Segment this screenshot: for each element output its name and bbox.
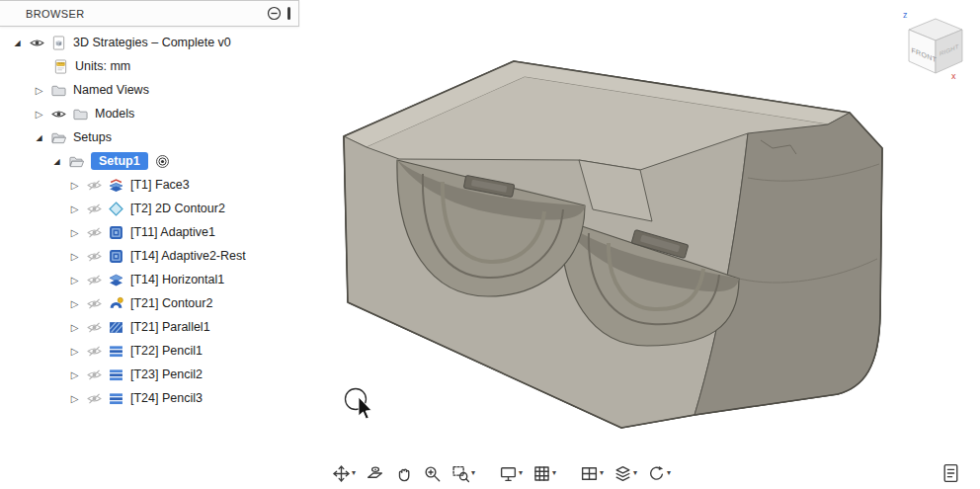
disclosure-collapsed-icon[interactable]: ▷ [69, 275, 80, 285]
disclosure-collapsed-icon[interactable]: ▷ [69, 204, 80, 214]
look-at-icon [366, 464, 384, 483]
viewports-dropdown-caret[interactable]: ▾ [600, 469, 604, 477]
visibility-off-icon[interactable] [87, 369, 102, 380]
look-at-button[interactable] [364, 463, 386, 484]
tree-row-toolpath[interactable]: ▷ [T14] Adaptive2-Rest [0, 244, 299, 268]
toolpath-label[interactable]: [T1] Face3 [130, 178, 190, 192]
display-settings-button[interactable]: ▾ [497, 463, 525, 484]
visibility-off-icon[interactable] [87, 204, 102, 214]
viewports-button[interactable]: ▾ [578, 463, 606, 484]
disclosure-collapsed-icon[interactable]: ▷ [69, 322, 80, 333]
visual-style-button[interactable]: ▾ [612, 463, 639, 484]
orbit-button[interactable]: ▾ [330, 463, 358, 484]
toolpath-pencil-icon [109, 367, 123, 382]
visibility-off-icon[interactable] [87, 275, 102, 285]
browser-panel-header[interactable]: BROWSER [0, 0, 299, 27]
models-label[interactable]: Models [95, 107, 134, 121]
named-views-label[interactable]: Named Views [73, 83, 149, 97]
tree-row-models[interactable]: ▷ Models [0, 102, 299, 125]
fit-dropdown-caret[interactable]: ▾ [471, 469, 475, 477]
toolpath-horizontal-icon [109, 273, 123, 287]
units-icon [53, 59, 68, 74]
tree-row-toolpath[interactable]: ▷ [T23] Pencil2 [0, 363, 299, 386]
tree-row-toolpath[interactable]: ▷ [T2] 2D Contour2 [0, 197, 299, 220]
tree-row-document-root[interactable]: ◢ 3D Strategies – Complete v0 [0, 31, 299, 54]
visibility-on-icon[interactable] [51, 109, 66, 120]
component-document-icon [51, 36, 66, 50]
tree-row-toolpath[interactable]: ▷ [T1] Face3 [0, 173, 299, 197]
disclosure-expanded-icon[interactable]: ◢ [34, 133, 44, 142]
disclosure-collapsed-icon[interactable]: ▷ [34, 85, 44, 96]
visibility-off-icon[interactable] [87, 393, 102, 404]
refresh-icon [647, 464, 666, 483]
grid-dropdown-caret[interactable]: ▾ [552, 469, 556, 477]
visibility-off-icon[interactable] [87, 346, 102, 357]
disclosure-expanded-icon[interactable]: ◢ [12, 39, 23, 47]
browser-panel-title: BROWSER [26, 8, 267, 20]
toolpath-label[interactable]: [T23] Pencil2 [130, 367, 203, 381]
visual-style-dropdown-caret[interactable]: ▾ [633, 469, 637, 477]
setups-label[interactable]: Setups [73, 130, 112, 144]
tree-row-setup1[interactable]: ◢ Setup1 [0, 149, 299, 173]
disclosure-collapsed-icon[interactable]: ▷ [69, 180, 80, 191]
tree-row-setups[interactable]: ◢ Setups [0, 125, 299, 149]
document-panel-button[interactable] [940, 462, 961, 488]
disclosure-collapsed-icon[interactable]: ▷ [69, 369, 80, 380]
disclosure-collapsed-icon[interactable]: ▷ [69, 346, 80, 357]
visibility-off-icon[interactable] [87, 180, 102, 191]
toolpath-face-icon [109, 178, 123, 193]
model-body[interactable] [344, 61, 882, 428]
disclosure-expanded-icon[interactable]: ◢ [51, 157, 62, 166]
collapse-panel-icon[interactable] [267, 6, 282, 21]
fit-icon [451, 464, 470, 483]
folder-icon [73, 108, 88, 121]
toolpath-label[interactable]: [T21] Contour2 [130, 296, 212, 310]
tree-row-toolpath[interactable]: ▷ [T21] Parallel1 [0, 315, 299, 339]
fit-button[interactable]: ▾ [449, 463, 477, 484]
toolpath-adaptive-icon [109, 249, 123, 264]
tree-row-toolpath[interactable]: ▷ [T21] Contour2 [0, 291, 299, 315]
pan-hand-icon [394, 464, 413, 483]
toolpath-label[interactable]: [T24] Pencil3 [130, 391, 203, 405]
toolpath-label[interactable]: [T14] Horizontal1 [130, 273, 224, 286]
tree-row-toolpath[interactable]: ▷ [T24] Pencil3 [0, 386, 299, 410]
panel-grip[interactable] [287, 7, 290, 20]
refresh-dropdown-caret[interactable]: ▾ [667, 469, 671, 477]
setup1-selected-label[interactable]: Setup1 [91, 152, 148, 170]
disclosure-collapsed-icon[interactable]: ▷ [34, 109, 44, 120]
toolpath-label[interactable]: [T21] Parallel1 [130, 320, 210, 334]
orbit-dropdown-caret[interactable]: ▾ [352, 469, 356, 477]
toolpath-label[interactable]: [T14] Adaptive2-Rest [130, 249, 246, 263]
toolpath-label[interactable]: [T2] 2D Contour2 [130, 202, 225, 215]
document-root-label[interactable]: 3D Strategies – Complete v0 [73, 36, 231, 49]
zoom-icon [423, 464, 442, 483]
active-setup-target-icon[interactable] [155, 154, 170, 169]
refresh-button[interactable]: ▾ [645, 463, 673, 484]
tree-row-toolpath[interactable]: ▷ [T14] Horizontal1 [0, 268, 299, 291]
disclosure-collapsed-icon[interactable]: ▷ [69, 227, 80, 238]
axis-z-label: z [903, 10, 908, 20]
toolpath-label[interactable]: [T11] Adaptive1 [130, 225, 215, 239]
browser-panel: BROWSER ◢ 3D Strategies – Complete v0 Un… [0, 0, 299, 410]
pan-button[interactable] [392, 463, 415, 484]
visibility-on-icon[interactable] [30, 38, 44, 48]
disclosure-collapsed-icon[interactable]: ▷ [69, 251, 80, 262]
disclosure-collapsed-icon[interactable]: ▷ [69, 298, 80, 309]
disclosure-collapsed-icon[interactable]: ▷ [69, 393, 80, 404]
visibility-off-icon[interactable] [87, 227, 102, 238]
toolpath-pencil-icon [109, 344, 123, 359]
display-settings-dropdown-caret[interactable]: ▾ [519, 469, 523, 477]
viewcube[interactable]: z FRONT RIGHT x [889, 4, 978, 93]
units-label[interactable]: Units: mm [75, 59, 130, 73]
visibility-off-icon[interactable] [87, 251, 102, 262]
toolpath-label[interactable]: [T22] Pencil1 [130, 344, 203, 358]
tree-row-toolpath[interactable]: ▷ [T11] Adaptive1 [0, 220, 299, 244]
grid-and-snaps-button[interactable]: ▾ [531, 463, 558, 484]
tree-row-named-views[interactable]: ▷ Named Views [0, 78, 299, 102]
visibility-off-icon[interactable] [87, 322, 102, 333]
tree-row-units[interactable]: Units: mm [0, 54, 299, 78]
visibility-off-icon[interactable] [87, 298, 102, 309]
zoom-button[interactable] [421, 463, 444, 484]
tree-row-toolpath[interactable]: ▷ [T22] Pencil1 [0, 339, 299, 363]
axis-x-label: x [951, 71, 956, 81]
